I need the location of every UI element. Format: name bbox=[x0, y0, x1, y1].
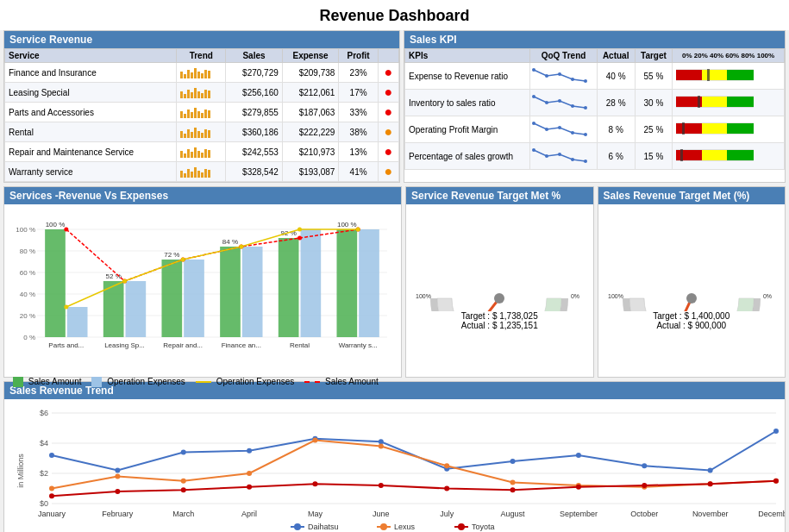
svg-rect-9 bbox=[707, 69, 710, 81]
service-target-panel: Service Revenue Target Met % 0%20%40%60%… bbox=[405, 186, 594, 378]
svg-text:November: November bbox=[692, 510, 729, 518]
svg-text:$2: $2 bbox=[40, 469, 48, 478]
svg-point-157 bbox=[444, 486, 449, 491]
sales-target-text: Target : $ 1,400,000 Actual : $ 900,000 bbox=[653, 311, 730, 330]
svg-point-137 bbox=[708, 468, 713, 473]
service-trend bbox=[177, 122, 226, 142]
svg-rect-36 bbox=[676, 150, 702, 160]
svg-rect-68 bbox=[279, 238, 299, 337]
svg-point-145 bbox=[444, 463, 449, 468]
service-sales: $256,160 bbox=[226, 83, 283, 103]
svg-rect-6 bbox=[676, 70, 702, 80]
svg-rect-64 bbox=[220, 247, 241, 337]
svg-point-23 bbox=[571, 131, 574, 135]
svg-point-12 bbox=[558, 99, 561, 103]
svg-text:80 %: 80 % bbox=[20, 247, 35, 255]
svg-point-32 bbox=[558, 153, 561, 156]
svg-text:100%: 100% bbox=[608, 293, 623, 299]
svg-text:20 %: 20 % bbox=[20, 312, 35, 320]
service-target-content: 0%20%40%60%80%100% Target : $ 1,738,025 … bbox=[406, 204, 593, 334]
svg-point-1 bbox=[545, 74, 548, 78]
svg-text:$6: $6 bbox=[40, 409, 48, 417]
kpi-col-actual: Actual bbox=[597, 49, 635, 63]
col-dot bbox=[378, 49, 398, 63]
svg-point-80 bbox=[297, 236, 302, 241]
kpi-name: Inventory to sales ratio bbox=[405, 90, 530, 116]
kpi-trend bbox=[530, 143, 597, 170]
svg-rect-27 bbox=[702, 123, 728, 134]
kpi-target: 15 % bbox=[635, 143, 672, 170]
svg-text:100 %: 100 % bbox=[46, 221, 66, 228]
kpi-target: 25 % bbox=[635, 116, 672, 143]
svg-point-146 bbox=[510, 480, 516, 485]
kpi-trend bbox=[530, 90, 597, 116]
kpi-name: Expense to Revenue ratio bbox=[405, 63, 530, 90]
service-dot: ● bbox=[378, 83, 398, 103]
svg-point-136 bbox=[642, 463, 647, 468]
service-sales: $328,542 bbox=[226, 162, 283, 182]
svg-text:Parts and...: Parts and... bbox=[48, 341, 84, 349]
service-revenue-header: Service Revenue bbox=[4, 31, 399, 48]
service-sales: $270,729 bbox=[226, 63, 283, 83]
svg-rect-28 bbox=[727, 123, 754, 134]
svg-point-3 bbox=[571, 78, 574, 81]
trend-panel: Sales Revenue Trend $0$2$4$6JanuaryFebru… bbox=[3, 381, 786, 532]
svg-point-154 bbox=[247, 485, 252, 490]
kpi-trend bbox=[530, 116, 597, 143]
svg-rect-26 bbox=[676, 123, 702, 134]
service-expense: $209,738 bbox=[282, 63, 339, 83]
sales-kpi-header: Sales KPI bbox=[404, 31, 785, 48]
svg-point-33 bbox=[571, 158, 574, 161]
svg-text:in Millions: in Millions bbox=[16, 454, 25, 488]
services-chart-area: 0 %20 %40 %60 %80 %100 %100 %Parts and..… bbox=[4, 204, 401, 377]
legend-opex: Operation Expenses bbox=[91, 377, 185, 387]
svg-rect-60 bbox=[161, 260, 182, 337]
kpi-bar bbox=[673, 90, 785, 116]
svg-rect-29 bbox=[682, 122, 685, 135]
kpi-col-trend: QoQ Trend bbox=[530, 49, 597, 63]
sales-target-panel: Sales Revenue Target Met (%) 0%20%40%60%… bbox=[598, 186, 786, 378]
service-dot: ● bbox=[378, 162, 398, 182]
svg-point-76 bbox=[64, 228, 68, 232]
svg-point-85 bbox=[239, 245, 243, 249]
svg-point-139 bbox=[49, 486, 54, 491]
service-expense: $222,229 bbox=[282, 122, 339, 142]
service-revenue-panel: Service Revenue Service Trend Sales Expe… bbox=[3, 30, 400, 183]
svg-point-128 bbox=[115, 468, 120, 473]
svg-point-127 bbox=[49, 453, 54, 458]
col-trend: Trend bbox=[177, 49, 226, 63]
kpi-actual: 28 % bbox=[597, 90, 635, 116]
svg-text:Leasing Sp...: Leasing Sp... bbox=[104, 341, 145, 349]
kpi-target: 55 % bbox=[635, 63, 672, 90]
svg-text:September: September bbox=[560, 510, 598, 518]
service-trend bbox=[177, 162, 226, 182]
service-profit: 33% bbox=[339, 103, 378, 122]
service-name: Finance and Insurance bbox=[5, 63, 177, 83]
service-trend bbox=[177, 63, 226, 83]
service-profit: 38% bbox=[339, 122, 378, 142]
sales-gauge-svg: 0%20%40%60%80%100% bbox=[605, 208, 778, 311]
kpi-name: Percentage of sales growth bbox=[405, 143, 530, 170]
service-target-header: Service Revenue Target Met % bbox=[406, 187, 593, 204]
svg-point-156 bbox=[379, 483, 384, 488]
svg-point-134 bbox=[510, 459, 516, 464]
svg-text:40 %: 40 % bbox=[20, 291, 35, 298]
svg-point-105 bbox=[686, 293, 697, 304]
service-dot: ● bbox=[378, 103, 398, 122]
svg-point-13 bbox=[571, 104, 574, 108]
svg-rect-18 bbox=[727, 97, 754, 107]
kpi-actual: 40 % bbox=[597, 63, 635, 90]
service-name: Leasing Special bbox=[5, 83, 177, 103]
svg-text:April: April bbox=[241, 510, 257, 518]
svg-text:0%: 0% bbox=[571, 293, 579, 299]
svg-text:Toyota: Toyota bbox=[472, 523, 495, 531]
svg-text:August: August bbox=[501, 510, 526, 518]
svg-point-83 bbox=[122, 279, 127, 284]
svg-text:October: October bbox=[630, 510, 658, 518]
kpi-table: KPIs QoQ Trend Actual Target 0% 20% 40% … bbox=[404, 48, 785, 170]
svg-point-24 bbox=[584, 133, 587, 136]
service-sales: $360,186 bbox=[226, 122, 283, 142]
kpi-trend bbox=[530, 63, 597, 90]
svg-point-34 bbox=[584, 160, 587, 163]
col-service: Service bbox=[5, 49, 177, 63]
